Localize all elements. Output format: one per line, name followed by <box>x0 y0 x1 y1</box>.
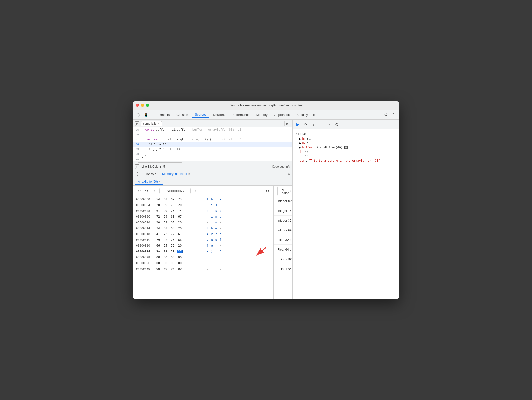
refresh-button[interactable]: ↺ <box>265 188 270 194</box>
debug-var-b1: ▶ b1 : … <box>296 137 396 141</box>
tab-sources[interactable]: Sources <box>192 112 209 118</box>
step-into-btn[interactable]: ↓ <box>310 121 317 128</box>
cursor-position: Line 18, Column 5 <box>141 165 165 168</box>
window-title: DevTools - memory-inspector.glitch.me/de… <box>229 104 303 107</box>
settings-icon[interactable]: ⚙ <box>382 111 389 118</box>
hex-addr-selected: 00000024 <box>136 250 155 253</box>
redo-button[interactable]: ↪ <box>144 188 150 194</box>
hex-bytes: 72 69 6E 67 <box>155 215 204 218</box>
file-tab-name: demo-js.js <box>143 122 156 125</box>
arraybuffer-tab-close[interactable]: × <box>159 180 160 183</box>
expand-buffer-icon[interactable]: ▶ <box>299 146 301 149</box>
sources-panel: ▶ demo-js.js × ▶ 15 const buffer = b1.bu… <box>133 120 292 170</box>
hex-bytes: 00 00 00 00 <box>155 261 204 265</box>
console-tab-label: Console <box>145 172 156 176</box>
hex-row: 00000018 41 72 72 61 A r <box>133 231 273 237</box>
step-over-btn[interactable]: ↷ <box>302 121 309 128</box>
debug-var-i: i : 40 <box>296 150 396 154</box>
line-num-18: 18 <box>133 143 141 146</box>
toolbar-divider <box>152 112 152 117</box>
close-button[interactable] <box>136 104 139 107</box>
file-tab-end-button[interactable]: ▶ <box>284 121 290 126</box>
devtools-container: ⬡ 📱 Elements Console Sources Network Per… <box>133 110 399 299</box>
hex-addr: 00000010 <box>136 221 155 224</box>
hex-addr: 00000018 <box>136 232 155 236</box>
hex-row: 00000028 00 00 00 00 . . <box>133 254 273 260</box>
curly-braces-icon[interactable]: { } <box>135 164 139 169</box>
cursor-icon[interactable]: ⬡ <box>135 111 142 118</box>
expand-b1-icon[interactable]: ▶ <box>299 137 301 141</box>
endian-select[interactable]: Big Endian ▾ <box>277 186 292 196</box>
value-row-float32: Float 32-bit dec ▾ 0.00 <box>274 235 292 245</box>
value-label-ptr64: Pointer 64-bit <box>277 267 292 271</box>
memory-inspector-tab-close[interactable]: × <box>188 172 190 175</box>
hex-row: 00000000 54 68 69 73 T h <box>133 196 273 202</box>
close-panel-button[interactable]: × <box>288 171 290 177</box>
more-options-icon[interactable]: ⋮ <box>390 111 397 118</box>
code-line-17: 17 for (var i = str.length; i < n; ++i) … <box>133 137 292 142</box>
value-label-float64: Float 64-bit <box>277 248 292 251</box>
prev-address-button[interactable]: ‹ <box>152 188 157 194</box>
tab-memory[interactable]: Memory <box>253 112 271 118</box>
var-name-b2: b2 <box>302 141 305 145</box>
value-row-int8: Integer 8-bit dec ▾ 39 <box>274 196 292 206</box>
next-address-button[interactable]: › <box>193 188 198 194</box>
endian-arrow: ▾ <box>290 190 291 192</box>
arraybuffer-tab[interactable]: ArrayBuffer(60) × <box>135 179 163 185</box>
status-bar: { } Line 18, Column 5 Coverage: n/a <box>133 163 292 170</box>
hex-chars: . . . . <box>204 261 222 265</box>
bottom-tabs-bar: ⋮ Console Memory Inspector × × <box>133 170 292 178</box>
code-line-16: 16 <box>133 132 292 137</box>
memory-content: ↩ ↪ ‹ › ↺ 00000000 54 <box>133 186 292 299</box>
tab-application[interactable]: Application <box>272 112 293 118</box>
hex-bytes: 00 00 00 00 <box>155 267 204 271</box>
maximize-button[interactable] <box>146 104 149 107</box>
expand-b2-icon[interactable]: ▶ <box>299 141 301 145</box>
more-tabs-button[interactable]: » <box>312 112 316 118</box>
code-line-19: 19 b2[i] = n - i - 1; <box>133 147 292 152</box>
step-out-btn[interactable]: ↑ <box>318 121 325 128</box>
hex-bytes: 74 68 65 20 <box>155 227 204 230</box>
line-content-21: } <box>141 157 292 161</box>
address-input[interactable] <box>159 188 191 194</box>
minimize-button[interactable] <box>141 104 144 107</box>
value-label-int8: Integer 8-bit <box>277 199 292 203</box>
hex-addr: 00000020 <box>136 244 155 247</box>
code-line-20: 20 } <box>133 152 292 156</box>
tab-network[interactable]: Network <box>210 112 228 118</box>
hex-row: 00000020 66 65 72 20 f e <box>133 243 273 249</box>
bottom-tab-more-icon[interactable]: ⋮ <box>135 172 140 177</box>
tab-performance[interactable]: Performance <box>228 112 252 118</box>
tab-elements[interactable]: Elements <box>154 112 173 118</box>
file-tab[interactable]: demo-js.js × <box>141 121 162 126</box>
value-row-ptr32: Pointer 32-bit 0x27000000 ⊙ <box>274 254 292 264</box>
tab-console-bottom[interactable]: Console <box>142 171 159 177</box>
hex-addr: 0000002C <box>136 261 155 265</box>
main-layout: ▶ demo-js.js × ▶ 15 const buffer = b1.bu… <box>133 120 399 299</box>
value-row-float64: Float 64-bit dec ▾ 0.00 <box>274 245 292 254</box>
step-btn[interactable]: → <box>326 121 332 128</box>
arraybuffer-tab-name: ArrayBuffer(60) <box>138 180 158 183</box>
tab-console[interactable]: Console <box>174 112 191 118</box>
right-panel: ▶ ↷ ↓ ↑ → ⊘ ⏸ ▼ Local ▶ b1 <box>292 120 399 299</box>
hex-chars: a · s t <box>204 209 222 213</box>
file-tab-close[interactable]: × <box>157 122 160 125</box>
line-num-16: 16 <box>133 133 141 136</box>
horizontal-scrollbar[interactable] <box>133 161 292 163</box>
device-icon[interactable]: 📱 <box>143 111 150 118</box>
arraybuffer-tab-bar: ArrayBuffer(60) × <box>133 178 292 186</box>
value-inspector: Big Endian ▾ <box>274 186 292 299</box>
deactivate-breakpoints-btn[interactable]: ⊘ <box>333 121 340 128</box>
line-content-17: for (var i = str.length; i < n; ++i) { i… <box>141 138 292 141</box>
undo-button[interactable]: ↩ <box>136 188 142 194</box>
play-pause-btn[interactable]: ▶ <box>295 121 301 128</box>
hex-bytes: 61 20 73 74 <box>155 209 204 213</box>
hex-row: 00000008 61 20 73 74 a · <box>133 208 273 214</box>
var-name-n: n <box>299 155 301 158</box>
hex-addr: 0000000C <box>136 215 155 218</box>
pause-exceptions-btn[interactable]: ⏸ <box>341 121 348 128</box>
line-num-20: 20 <box>133 153 141 156</box>
tab-memory-inspector[interactable]: Memory Inspector × <box>159 171 193 177</box>
value-row-int16: Integer 16-bit dec ▾ 9984 <box>274 206 292 216</box>
tab-security[interactable]: Security <box>294 112 311 118</box>
